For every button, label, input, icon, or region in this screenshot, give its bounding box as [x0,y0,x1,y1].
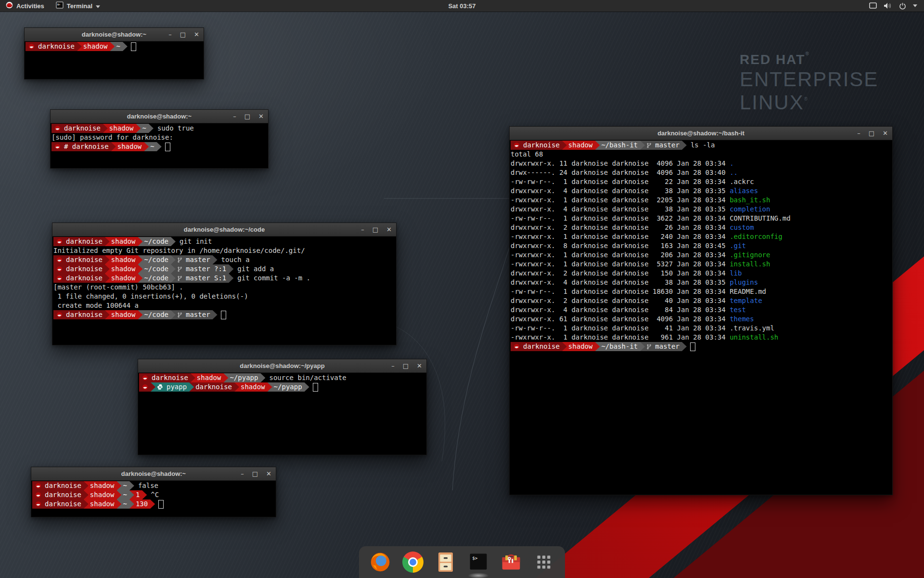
dock-show-applications[interactable] [532,551,555,574]
rhel-logo-line1: RED HAT® [740,51,878,67]
window-titlebar[interactable]: darknoise@shadow:~/code–□✕ [52,223,396,236]
window-titlebar[interactable]: darknoise@shadow:~/pyapp–□✕ [138,359,426,373]
maximize-button[interactable]: □ [180,31,186,38]
output-text: drwxrwxr-x. 2 darknoise darknoise 150 Ja… [511,269,730,278]
terminal-line: darknoiseshadow~/codemastertouch a [53,255,396,264]
terminal-line: drwxrwxr-x. 2 darknoise darknoise 40 Jan… [511,296,892,305]
command-text: git add a [229,264,274,274]
dock-terminal[interactable]: $> [467,551,490,574]
clock[interactable]: Sat 03:57 [448,2,475,10]
maximize-button[interactable]: □ [869,130,874,136]
window-titlebar[interactable]: darknoise@shadow:~–□✕ [31,467,276,481]
app-menu-terminal[interactable]: $> Terminal [50,0,106,12]
output-text: README.md [730,287,766,296]
output-text: drwxrwxr-x. 2 darknoise darknoise 26 Jan… [511,223,730,232]
close-button[interactable]: ✕ [386,226,392,233]
minimize-button[interactable]: – [241,471,244,477]
fedora-icon [35,492,41,498]
command-text: git commit -a -m . [229,274,310,283]
close-button[interactable]: ✕ [883,130,888,136]
minimize-button[interactable]: – [857,130,860,136]
terminal-line: drwxrwxr-x. 4 darknoise darknoise 38 Jan… [511,186,892,196]
terminal-window-code[interactable]: darknoise@shadow:~/code–□✕darknoiseshado… [52,223,397,345]
maximize-button[interactable]: □ [372,226,378,233]
terminal-cursor [165,143,170,151]
output-text: .. [730,168,738,177]
dock-toolbox[interactable] [500,551,523,574]
output-text: aliases [730,186,758,196]
activities-button[interactable]: Activities [0,0,50,12]
terminal-body[interactable]: darknoiseshadow~/bash-itmasterls -latota… [510,140,892,495]
git-branch-icon [177,312,182,318]
output-text: bash_it.sh [730,196,770,205]
terminal-line: drwxrwxr-x. 8 darknoise darknoise 163 Ja… [511,241,892,250]
output-text: CONTRIBUTING.md [730,214,790,223]
prompt-segment: shadow [105,255,143,264]
terminal-body[interactable]: darknoiseshadow~falsedarknoiseshadow~1^C… [31,481,276,517]
python-icon [157,384,163,390]
output-text: -rwxrwxr-x. 1 darknoise darknoise 2205 J… [511,196,730,205]
terminal-window-exit-codes[interactable]: darknoise@shadow:~–□✕darknoiseshadow~fal… [31,467,276,517]
terminal-line: -rw-rw-r--. 1 darknoise darknoise 41 Jan… [511,324,892,333]
prompt-segment: shadow [105,274,143,283]
minimize-button[interactable]: – [361,226,364,233]
prompt-segment: shadow [105,310,143,319]
prompt-segment: ~/pyapp [268,382,309,392]
fedora-icon [28,43,35,50]
window-titlebar[interactable]: darknoise@shadow:~–□✕ [51,110,268,123]
window-titlebar[interactable]: darknoise@shadow:~/bash-it–□✕ [510,127,892,140]
terminal-cursor [221,311,226,319]
maximize-button[interactable]: □ [244,113,250,119]
fedora-icon [513,343,520,350]
minimize-button[interactable]: – [233,113,236,119]
terminal-window-pyapp[interactable]: darknoise@shadow:~/pyapp–□✕darknoiseshad… [138,359,427,455]
output-text: uninstall.sh [730,333,778,342]
maximize-button[interactable]: □ [252,471,258,477]
prompt-segment: shadow [84,490,122,499]
terminal-window-sudo[interactable]: darknoise@shadow:~–□✕darknoiseshadow~sud… [50,109,269,169]
terminal-window-home-small[interactable]: darknoise@shadow:~–□✕darknoiseshadow~ [24,27,204,79]
terminal-line: 1 file changed, 0 insertions(+), 0 delet… [53,292,396,301]
window-titlebar[interactable]: darknoise@shadow:~–□✕ [25,28,204,41]
output-text: .travis.yml [730,324,774,333]
minimize-button[interactable]: – [391,363,395,369]
output-text: [sudo] password for darknoise: [51,133,173,142]
git-branch-icon [177,257,182,263]
terminal-body[interactable]: darknoiseshadow~sudo true[sudo] password… [51,123,268,168]
terminal-body[interactable]: darknoiseshadow~/pyappsource bin/activat… [138,373,426,455]
output-text: .editorconfig [730,232,783,241]
system-menu[interactable] [862,0,924,12]
rhel-logo-line3: LINUX® [740,91,878,114]
prompt-segment: ~/code [138,237,176,246]
git-branch-icon [177,275,182,282]
close-button[interactable]: ✕ [417,363,422,369]
prompt-segment: ~/bash-it [595,342,645,351]
command-text: source bin/activate [260,373,346,382]
close-button[interactable]: ✕ [258,113,264,119]
output-text: completion [730,205,770,214]
minimize-button[interactable]: – [168,31,172,38]
fedora-icon [54,144,61,150]
svg-text:$>: $> [57,2,60,5]
close-button[interactable]: ✕ [266,471,271,477]
terminal-window-bash-it[interactable]: darknoise@shadow:~/bash-it–□✕darknoisesh… [509,126,893,495]
terminal-cursor [313,383,318,392]
dock-firefox[interactable] [369,551,392,574]
prompt-segment: master S:1 [171,274,233,283]
terminal-line: [master (root-commit) 50bcb63] . [53,283,396,292]
maximize-button[interactable]: □ [403,363,409,369]
terminal-cursor [131,42,136,51]
dock-chrome[interactable] [401,551,424,574]
terminal-body[interactable]: darknoiseshadow~ [25,41,204,79]
prompt-segment: darknoise [53,255,110,264]
command-text: sudo true [149,124,194,133]
close-button[interactable]: ✕ [194,31,199,38]
output-text: drwxrwxr-x. 8 darknoise darknoise 163 Ja… [511,241,730,250]
terminal-line: -rw-rw-r--. 1 darknoise darknoise 22 Jan… [511,177,892,186]
output-text: -rw-rw-r--. 1 darknoise darknoise 22 Jan… [511,177,730,186]
dock-files[interactable] [434,551,457,574]
rhel-logo-line2: ENTERPRISE [740,68,878,91]
terminal-body[interactable]: darknoiseshadow~/codegit initInitialized… [52,236,396,345]
output-text: .gitignore [730,250,770,260]
prompt-segment: ~/code [138,310,176,319]
